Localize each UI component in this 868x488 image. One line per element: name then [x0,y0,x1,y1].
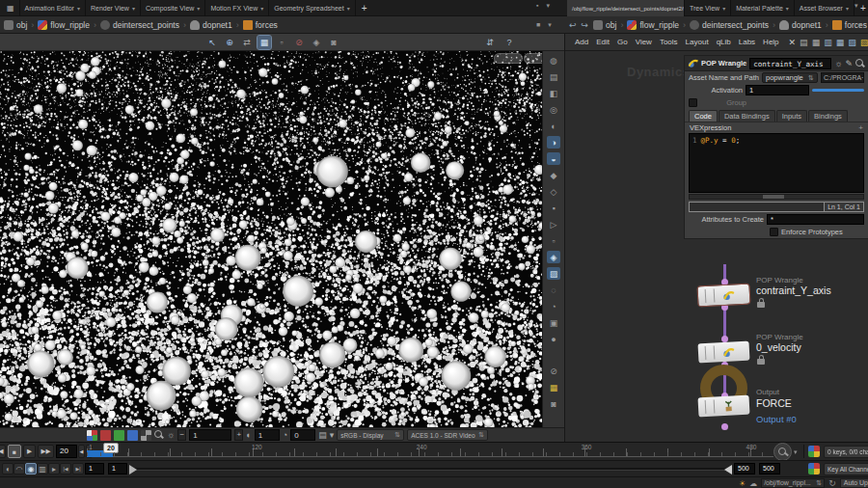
menu-qlib[interactable]: qLib [713,38,735,46]
tab-geometry-spreadsheet[interactable]: Geometry Spreadsheet▾ [269,0,355,16]
menu-help[interactable]: Help [759,38,782,46]
magnifier-icon[interactable] [855,59,865,68]
asset-select[interactable]: popwrangle ⇅ [762,72,818,83]
chevron-down-icon[interactable]: ▾ [722,5,725,12]
key-all-channels-button[interactable]: Key All Channels [824,463,868,475]
breadcrumb-flow-ripple[interactable]: flow_ripple [627,20,679,30]
menu-layout[interactable]: Layout [682,38,713,46]
range-end-field[interactable]: 500 [734,463,755,474]
tab-tree-view[interactable]: Tree View▾ [685,0,731,16]
breadcrumb-obj[interactable]: obj [593,20,616,30]
chevron-down-icon[interactable]: ▾ [794,448,800,456]
menu-go[interactable]: Go [613,38,632,46]
particle-viewport-canvas[interactable] [0,51,542,427]
gain-increase-button[interactable]: + [234,429,243,441]
refresh-icon[interactable]: ↻ [828,478,836,488]
keyframe-colors-icon[interactable] [808,446,820,457]
history-forward-icon[interactable]: ↪ [582,20,589,30]
tab-motion-fx-view[interactable]: Motion FX View▾ [205,0,269,16]
tab-animation-editor[interactable]: Animation Editor▾ [20,0,86,16]
tools-icon[interactable]: ✕ [789,35,797,50]
params-tab-code[interactable]: Code [689,110,718,122]
params-tab-data-bindings[interactable]: Data Bindings [719,110,775,122]
prev-frame-button[interactable]: ◀ [78,445,85,458]
timeline-ruler[interactable]: 1120240360480 20 [87,443,773,461]
asset-path-field[interactable]: C:/PROGRA~1/S [821,72,864,83]
lut-icon[interactable]: ▤ [318,430,327,440]
pane-controls-icon[interactable]: ▾ [854,2,861,10]
help-icon[interactable]: ? [502,36,516,49]
vex-code-editor[interactable]: 1@P.y = 0; [689,133,864,193]
gamma-field[interactable]: 1 [255,429,280,441]
chevron-down-icon[interactable]: ▾ [786,5,789,12]
view-pivot-icon[interactable]: ◐ [547,120,560,132]
no-snap-icon[interactable]: ⊘ [292,36,306,49]
cache-indicator-icon[interactable]: ☁ [749,479,757,488]
display-points-icon[interactable]: ▪ [547,202,560,214]
colorspace-select[interactable]: sRGB - Display ⇅ [337,429,404,441]
context-path-select[interactable]: /obj/flow_rippl... ⇅ [761,478,825,488]
key-button[interactable] [773,443,792,461]
menu-add[interactable]: Add [571,38,592,46]
camera-overlay-button[interactable] [494,53,523,64]
group-checkbox[interactable] [689,98,697,107]
group-select-icon[interactable]: ◌ [547,284,560,296]
play-reverse-button[interactable]: ◀ [0,445,6,458]
wireframe-icon[interactable]: ◇ [547,185,560,198]
ocio-view-select[interactable]: ACES 1.0 - SDR Video ⇅ [407,429,488,441]
chevron-down-icon[interactable]: ▾ [260,5,263,12]
jump-start-button[interactable]: |◀ [60,463,71,474]
chevron-down-icon[interactable]: ▾ [330,430,335,440]
node-force-output[interactable] [698,395,750,418]
audio-scrub-icon[interactable]: ◖ [2,463,14,474]
range-slider-handle[interactable] [129,465,137,474]
cook-indicator-icon[interactable]: ☀ [739,479,746,488]
expand-editor-icon[interactable]: + [858,123,863,132]
tab-obj-flow-ripple-deintersect-points-dopne[interactable]: /obj/flow_ripple/deintersect_points/dopn… [567,0,685,16]
stop-button[interactable]: ■ [8,445,21,458]
keys-summary-button[interactable]: 0 keys, 0/0 chan [824,446,868,458]
editor-search-field[interactable] [690,203,824,211]
fast-forward-button[interactable]: ▶▶ [38,445,54,458]
new-tab-button[interactable]: + [356,0,373,16]
gain-field[interactable]: 1 [189,429,231,441]
blue-channel-icon[interactable] [127,430,138,441]
node-0-velocity[interactable] [698,341,750,364]
secure-selection-icon[interactable]: ▦ [258,36,271,49]
tab-render-view[interactable]: Render View▾ [86,0,141,16]
snapshot-icon[interactable]: ▨ [848,35,856,50]
shading-mode-icon[interactable]: ◆ [547,169,560,181]
pin-view-icon[interactable]: ◎ [547,103,560,116]
spinner-icon[interactable]: ⇅ [394,431,400,439]
tab-composite-view[interactable]: Composite View▾ [141,0,205,16]
display-gear-icon[interactable]: ☼ [167,430,175,440]
range-substart-field[interactable]: 1 [108,463,127,474]
layout-grid-icon[interactable]: ▥ [824,35,832,50]
node-flag-stripes[interactable] [705,400,716,415]
chevron-down-icon[interactable]: ▾ [197,5,200,12]
chevron-down-icon[interactable]: ▾ [132,5,135,12]
node-name-label[interactable]: FORCE [756,397,792,409]
shield-snap-icon[interactable]: ◈ [310,36,323,49]
notes-icon[interactable]: ▤ [800,35,808,50]
chevron-down-icon[interactable]: ▾ [77,5,80,12]
brush-icon[interactable]: ✎ [845,59,853,68]
params-tab-inputs[interactable]: Inputs [776,110,807,122]
history-back-icon[interactable]: ↩ [569,20,577,30]
breadcrumb-dopnet1[interactable]: dopnet1 [779,20,822,30]
tab-material-palette[interactable]: Material Palette▾ [731,0,795,16]
node-connector-dot[interactable] [721,423,728,430]
playhead-marker[interactable]: 20 [103,443,119,453]
node-name-label[interactable]: 0_velocity [756,341,801,353]
visualizers-icon[interactable]: ◔ [547,300,560,312]
pane-maximize-icon[interactable]: ■ ▾ [536,21,555,29]
correction-bar-icon[interactable]: ◙ [547,397,560,410]
params-tab-bindings[interactable]: Bindings [808,110,848,122]
grid-display-icon[interactable]: ▫ [547,234,560,247]
breadcrumb-obj[interactable]: obj [4,20,27,30]
spreadsheet-icon[interactable]: ▦ [812,35,821,50]
menu-view[interactable]: View [632,38,656,46]
inspect-icon[interactable] [154,430,164,440]
node-name-label[interactable]: contraint_Y_axis [756,285,831,296]
breadcrumb-deintersect-points[interactable]: deintersect_points [100,20,179,30]
